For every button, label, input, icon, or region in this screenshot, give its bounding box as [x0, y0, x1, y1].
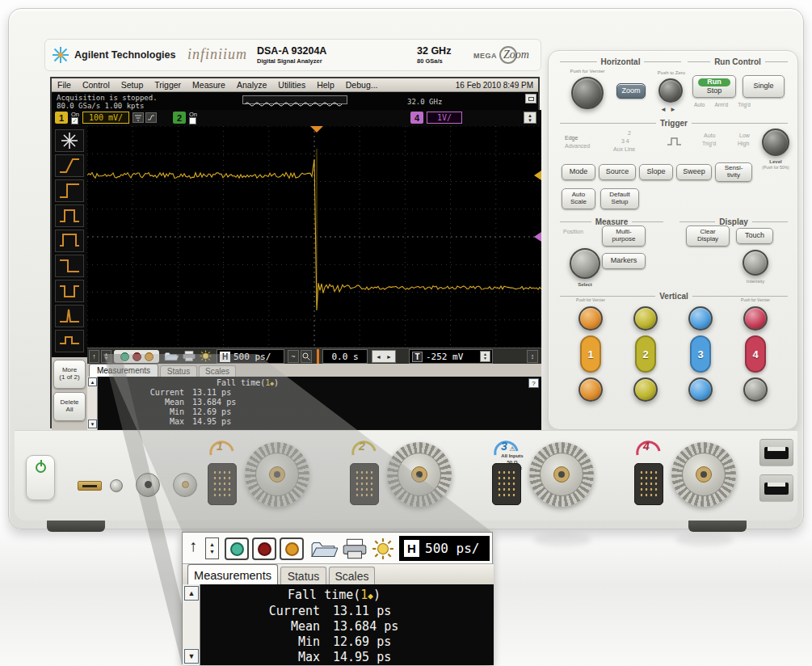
delay-display[interactable]: 0.0 s [322, 349, 368, 364]
folder-icon[interactable] [310, 537, 338, 563]
ch4-scale-field[interactable]: 1V/ [427, 112, 462, 124]
timebase-display[interactable]: H 500 ps/ [217, 349, 284, 364]
sine-tool-icon[interactable]: ~ [288, 350, 299, 363]
ch4-scale-spinner[interactable]: ▲▼ [524, 112, 536, 124]
green-marker-button[interactable] [225, 537, 249, 560]
negative-pulse-icon[interactable] [55, 280, 84, 302]
ch1-badge[interactable]: 1 [55, 112, 68, 124]
menu-debug[interactable]: Debug... [346, 80, 378, 90]
measure-select-knob[interactable] [570, 248, 600, 279]
ch2-scale-knob[interactable] [633, 306, 658, 331]
intensity-knob[interactable] [743, 250, 768, 276]
ch1-scale-knob[interactable] [578, 306, 603, 331]
ch2-offset-knob[interactable] [633, 377, 658, 402]
tab-measurements[interactable]: Measurements [89, 364, 158, 377]
clear-display-button[interactable]: ClearDisplay [686, 226, 730, 247]
ch1-offset-knob[interactable] [578, 377, 603, 402]
delay-spinner[interactable]: ◄► [372, 350, 396, 363]
edge-step-icon[interactable] [55, 179, 84, 202]
printer-icon[interactable] [341, 537, 368, 563]
horizontal-position-knob[interactable] [658, 78, 683, 103]
ch1-bwlimit-icon[interactable] [145, 112, 157, 123]
scroll-down-button[interactable]: ▼ [184, 649, 199, 664]
help-button[interactable]: ? [528, 378, 539, 388]
results-scrollbar[interactable]: ▲ ▼ [87, 377, 98, 430]
trigger-slope-button[interactable]: Slope [639, 164, 673, 180]
menu-setup[interactable]: Setup [121, 80, 143, 90]
red-marker-button[interactable] [133, 352, 141, 361]
power-button[interactable] [26, 455, 55, 500]
horizontal-scale-knob[interactable] [571, 77, 604, 109]
scroll-down-button[interactable]: ▼ [88, 419, 97, 428]
trigger-level-knob[interactable] [762, 129, 789, 156]
zoom-tool-icon[interactable] [301, 350, 312, 363]
trigger-sensitivity-button[interactable]: Sensi-tivity [715, 162, 752, 182]
tab-measurements[interactable]: Measurements [187, 564, 278, 585]
default-setup-button[interactable]: DefaultSetup [600, 188, 639, 209]
fall-step-icon[interactable] [55, 255, 84, 277]
scroll-up-button[interactable]: ▲ [88, 377, 97, 386]
pulse-width-icon[interactable] [55, 204, 84, 227]
window-control[interactable] [525, 94, 536, 103]
markers-button[interactable]: Markers [602, 253, 646, 269]
timebase-display[interactable]: H 500 ps/ [399, 536, 490, 561]
menu-analyze[interactable]: Analyze [237, 80, 267, 90]
trigger-level-display[interactable]: T -252 mV ▲▼ [409, 349, 493, 364]
tab-scales[interactable]: Scales [199, 365, 236, 377]
ch4-badge[interactable]: 4 [410, 112, 423, 124]
menu-file[interactable]: File [57, 80, 71, 90]
tab-scales[interactable]: Scales [329, 567, 375, 585]
green-marker-button[interactable] [120, 352, 129, 361]
run-stop-button[interactable]: Run Stop [692, 75, 736, 98]
ch1-scale-field[interactable]: 100 mV/ [82, 112, 129, 124]
marker-spinner[interactable]: ▲▼ [205, 537, 219, 559]
single-button[interactable]: Single [743, 75, 785, 98]
ch3-offset-knob[interactable] [688, 377, 713, 402]
marker-spinner[interactable]: ▲▼ [101, 350, 111, 363]
marker-arrow-button[interactable]: ↑ [89, 350, 99, 363]
menu-control[interactable]: Control [82, 80, 110, 90]
more-button[interactable]: More(1 of 2) [53, 360, 86, 389]
horizontal-arrow-buttons[interactable]: ◄► [660, 106, 679, 113]
touch-button[interactable]: Touch [736, 228, 773, 244]
trigger-source-button[interactable]: Source [599, 164, 636, 180]
tab-status[interactable]: Status [160, 365, 197, 377]
acquisition-preview[interactable] [242, 95, 347, 104]
glitch-icon[interactable] [55, 305, 84, 327]
marker-arrow-button[interactable]: ↑ [189, 537, 197, 555]
orange-marker-button[interactable] [280, 537, 304, 560]
menu-trigger[interactable]: Trigger [154, 80, 181, 90]
pointer-tool-icon[interactable] [55, 129, 84, 152]
ch2-on-checkbox[interactable] [189, 117, 196, 124]
trigger-level-spinner[interactable]: ▲▼ [480, 351, 490, 362]
delay-marker[interactable] [317, 349, 319, 364]
waveform-display[interactable] [87, 126, 541, 348]
brightness-icon[interactable] [372, 537, 394, 563]
scroll-up-button[interactable]: ▲ [184, 586, 199, 601]
updown-tool-icon[interactable]: ↕ [527, 350, 538, 363]
menu-utilities[interactable]: Utilities [278, 80, 305, 90]
ch1-coupling-icon[interactable] [133, 112, 144, 123]
rise-time-icon[interactable] [55, 154, 84, 177]
menu-help[interactable]: Help [317, 80, 334, 90]
auto-scale-button[interactable]: AutoScale [562, 188, 595, 209]
orange-marker-button[interactable] [145, 352, 154, 361]
ch3-on-off-button[interactable]: 3 [690, 335, 711, 373]
ch3-scale-knob[interactable] [688, 306, 713, 331]
ch1-on-off-button[interactable]: 1 [580, 335, 601, 373]
ch4-offset-knob[interactable] [743, 377, 768, 402]
wide-pulse-icon[interactable] [55, 230, 84, 252]
ch1-on-checkbox[interactable]: ✓ [71, 117, 78, 124]
red-marker-button[interactable] [252, 537, 276, 560]
trigger-sweep-button[interactable]: Sweep [676, 164, 712, 180]
results-scrollbar[interactable]: ▲ ▼ [183, 584, 200, 665]
tab-status[interactable]: Status [280, 567, 326, 585]
ch4-on-off-button[interactable]: 4 [745, 335, 766, 373]
zoom-button[interactable]: Zoom [616, 83, 646, 99]
multipurpose-button[interactable]: Multi-purpose [602, 226, 646, 247]
ch2-on-off-button[interactable]: 2 [635, 335, 656, 373]
trigger-mode-button[interactable]: Mode [562, 164, 595, 180]
ch4-scale-knob[interactable] [743, 306, 768, 331]
delete-all-button[interactable]: DeleteAll [53, 392, 86, 421]
menu-measure[interactable]: Measure [192, 80, 225, 90]
